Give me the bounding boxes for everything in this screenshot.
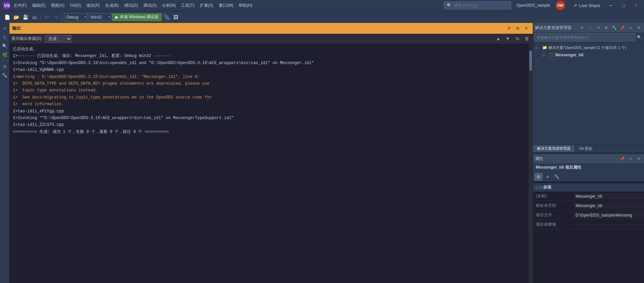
output-scrollbar-thumb[interactable] xyxy=(529,51,532,71)
menu-h[interactable]: 帮助(H) xyxy=(236,1,255,10)
debug-config-label: Debug xyxy=(66,15,78,20)
menu-n[interactable]: 分析(N) xyxy=(159,1,179,10)
save-button[interactable]: 💾 xyxy=(21,13,30,22)
sidebar-team-explorer[interactable]: ≡ xyxy=(1,24,9,32)
se-content: ▷ 📁 解决方案"OpenDDS_sample"(1 个项目/共 1 个) ▷ … xyxy=(533,43,644,144)
menu-d[interactable]: 调试(D) xyxy=(121,1,141,10)
se-sync-button[interactable]: ⟳ xyxy=(579,24,585,31)
se-project-expand[interactable]: ▷ xyxy=(543,53,547,57)
attach-button[interactable]: 📎 xyxy=(162,13,171,22)
se-wrench-button[interactable]: 🔧 xyxy=(611,24,618,31)
sidebar-search[interactable]: 🔍 xyxy=(1,42,9,50)
menu-p[interactable]: 项目(P) xyxy=(84,1,103,10)
open-file-button[interactable]: 📂 xyxy=(12,13,21,22)
se-home-button[interactable]: ⌂ xyxy=(587,24,593,31)
output-scrollbar-area: 已启动生成…1>------- 已启动生成: 项目: Messenger_Idl… xyxy=(9,44,533,283)
output-source-select[interactable]: 生成 xyxy=(45,35,72,43)
output-close-button[interactable]: ✕ xyxy=(523,25,530,32)
close-button[interactable]: ✕ xyxy=(631,1,641,10)
se-search-button[interactable]: 🔍 xyxy=(636,34,643,41)
props-close-button[interactable]: ✕ xyxy=(635,155,642,162)
props-chevron-button[interactable]: ∨ xyxy=(627,155,634,162)
se-project-item[interactable]: ▷ ⬛ Messenger_Idl xyxy=(533,51,644,59)
props-wrench-button[interactable]: 🔧 xyxy=(553,173,561,180)
menu-v[interactable]: 视图(V) xyxy=(48,1,67,10)
output-line: 1>Invoking ""D:\OpenDDS\OpenDDS-3.16\ACE… xyxy=(13,115,525,121)
output-titlebar: 输出 📌 ⧉ ✕ xyxy=(9,23,533,34)
output-scrollbar[interactable] xyxy=(529,44,533,283)
undo-button[interactable]: ↩ xyxy=(42,13,51,22)
screenshot-button[interactable]: 🖼 xyxy=(171,13,180,22)
props-value[interactable] xyxy=(574,224,644,225)
minimize-button[interactable]: ─ xyxy=(606,1,616,10)
se-chevron-button[interactable]: ∨ xyxy=(627,24,634,31)
output-line: 1>------- 已启动生成: 项目: Messenger_Idl, 配置: … xyxy=(13,53,525,59)
menu-gitg[interactable]: Git(G) xyxy=(67,2,84,9)
props-grid-button[interactable]: ⊞ xyxy=(534,173,543,180)
props-pin-button[interactable]: 📌 xyxy=(619,155,626,162)
live-share-button[interactable]: ↗ Live Share xyxy=(570,2,603,9)
output-content[interactable]: 已启动生成…1>------- 已启动生成: 项目: Messenger_Idl… xyxy=(9,44,529,283)
search-input[interactable] xyxy=(454,3,504,8)
title-bar: VS 文件(F)编辑(E)视图(V)Git(G)项目(P)生成(B)调试(D)测… xyxy=(0,0,644,11)
menu-t[interactable]: 工具(T) xyxy=(178,1,197,10)
output-toolbar: 显示输出来源(S): 生成 ▲ ▼ ⇆ 🗑 xyxy=(9,34,533,44)
debug-config-dropdown[interactable]: Debug ▾ xyxy=(64,13,88,21)
se-search-input[interactable] xyxy=(534,33,635,41)
output-line: 1>tao-idli_ZZcSf5.cpp xyxy=(13,121,525,128)
output-line: 1>tao-idli_VgHNWb.cpp xyxy=(13,66,525,73)
output-float-button[interactable]: ⧉ xyxy=(514,25,521,32)
left-sidebar: ≡ ⎘ 🔍 🌿 ⚙ 🔧 xyxy=(0,23,9,283)
props-row: (名称)Messenger_Idl xyxy=(533,192,644,201)
props-key: 项目文件 xyxy=(533,211,574,219)
search-box[interactable]: 🔍 xyxy=(444,1,511,9)
profile-avatar[interactable]: XW xyxy=(556,1,565,10)
right-panel: 解决方案资源管理器 ⟳ ⌂ ↺ ⚙ 🔧 📌 ∨ ✕ 🔍 ▷ 📁 解决方案"Ope… xyxy=(533,23,644,283)
output-pin-button[interactable]: 📌 xyxy=(505,25,513,32)
run-button[interactable]: ▶ 本地 Windows 调试器 xyxy=(112,13,162,21)
props-section-header[interactable]: □ □ 杂项 xyxy=(533,183,644,192)
output-line: 1>Warning - D:\OpenDDS\OpenDDS-3.16\bin\… xyxy=(13,74,525,80)
props-value[interactable]: Messenger_Idl xyxy=(574,193,644,199)
menu-b[interactable]: 生成(B) xyxy=(103,1,121,10)
props-titlebar: 属性 📌 ∨ ✕ xyxy=(533,154,644,163)
se-solution-expand[interactable]: ▷ xyxy=(536,46,540,50)
sidebar-git[interactable]: 🌿 xyxy=(1,51,9,59)
se-solution-label: 解决方案"OpenDDS_sample"(1 个项目/共 1 个) xyxy=(549,45,626,50)
props-row: 根命名空间Messenger_Idl xyxy=(533,201,644,210)
output-action-down[interactable]: ▼ xyxy=(504,35,512,43)
output-action-up[interactable]: ▲ xyxy=(494,35,502,43)
se-close-button[interactable]: ✕ xyxy=(635,24,642,31)
props-list-button[interactable]: ≡ xyxy=(544,173,552,180)
redo-button[interactable]: ↪ xyxy=(52,13,60,22)
sidebar-settings[interactable]: ⚙ xyxy=(1,62,9,70)
output-title: 输出 xyxy=(12,25,257,31)
live-share-icon: ↗ xyxy=(573,3,577,8)
solution-explorer: 解决方案资源管理器 ⟳ ⌂ ↺ ⚙ 🔧 📌 ∨ ✕ 🔍 ▷ 📁 解决方案"Ope… xyxy=(533,23,644,144)
menu-e[interactable]: 编辑(E) xyxy=(29,1,48,10)
new-file-button[interactable]: 📄 xyxy=(3,13,11,22)
menu-w[interactable]: 窗口(W) xyxy=(216,1,236,10)
sidebar-source-control[interactable]: ⎘ xyxy=(1,33,9,41)
menu-s[interactable]: 测试(S) xyxy=(141,1,159,10)
menu-f[interactable]: 文件(F) xyxy=(11,1,29,10)
sidebar-tools[interactable]: 🔧 xyxy=(1,71,9,79)
save-all-button[interactable]: 🗂 xyxy=(30,13,39,22)
tab-solution-explorer[interactable]: 解决方案资源管理器 xyxy=(533,145,575,152)
output-source-label: 显示输出来源(S): xyxy=(11,36,42,41)
output-action-wrap[interactable]: ⇆ xyxy=(513,35,521,43)
props-key: (名称) xyxy=(533,193,574,200)
maximize-button[interactable]: □ xyxy=(618,1,628,10)
solution-icon: 📁 xyxy=(542,45,547,50)
output-action-clear[interactable]: 🗑 xyxy=(523,35,531,43)
menu-x[interactable]: 扩展(X) xyxy=(197,1,216,10)
tab-git-changes[interactable]: Git 更改 xyxy=(575,145,596,152)
se-toolbar-button[interactable]: ⚙ xyxy=(603,24,610,31)
props-value[interactable]: D:\OpenDDS_sample\Messeng xyxy=(574,212,644,218)
se-pin-button[interactable]: 📌 xyxy=(619,24,626,31)
se-solution-item[interactable]: ▷ 📁 解决方案"OpenDDS_sample"(1 个项目/共 1 个) xyxy=(533,44,644,51)
se-refresh-button[interactable]: ↺ xyxy=(595,24,602,31)
props-value[interactable]: Messenger_Idl xyxy=(574,203,644,209)
platform-dropdown[interactable]: Win32 ▾ xyxy=(88,13,112,21)
props-section-collapse-icon: □ xyxy=(536,185,538,190)
